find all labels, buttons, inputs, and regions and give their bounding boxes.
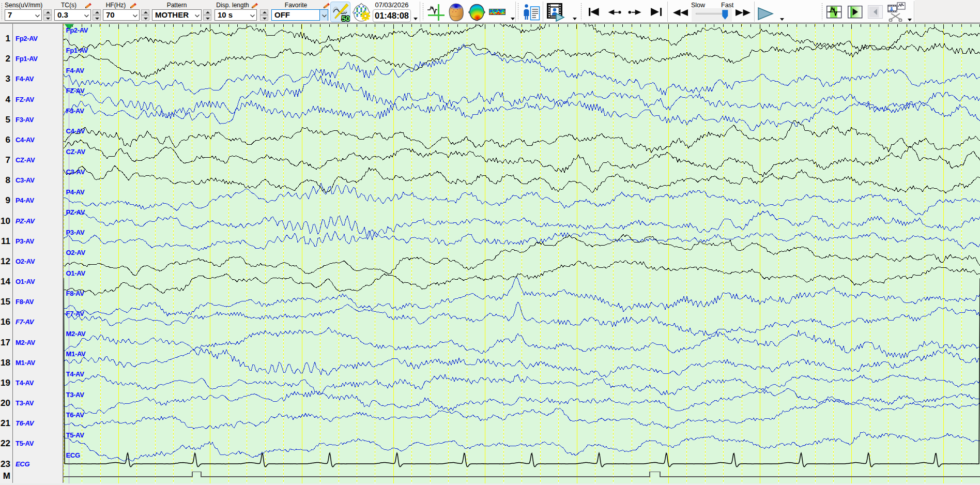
svg-text:O1-AV: O1-AV <box>66 269 86 277</box>
svg-text:ECG: ECG <box>66 451 80 459</box>
svg-text:P4-AV: P4-AV <box>66 188 85 196</box>
svg-text:C3-AV: C3-AV <box>66 168 85 176</box>
svg-text:O2-AV: O2-AV <box>66 249 86 256</box>
svg-text:T3-AV: T3-AV <box>66 391 85 399</box>
svg-text:F8-AV: F8-AV <box>66 290 85 297</box>
svg-text:T5-AV: T5-AV <box>66 431 85 439</box>
svg-text:Fp2-AV: Fp2-AV <box>66 26 88 34</box>
svg-text:F4-AV: F4-AV <box>66 67 85 74</box>
svg-text:FZ-AV: FZ-AV <box>66 87 85 95</box>
svg-text:P3-AV: P3-AV <box>66 229 85 236</box>
svg-text:Fp1-AV: Fp1-AV <box>66 47 88 54</box>
svg-text:50: 50 <box>342 14 350 22</box>
svg-text:T4-AV: T4-AV <box>66 370 85 378</box>
svg-text:M1-AV: M1-AV <box>66 350 86 358</box>
svg-text:F7-AV: F7-AV <box>66 310 85 317</box>
svg-text:T6-AV: T6-AV <box>66 411 85 419</box>
svg-text:C4-AV: C4-AV <box>66 127 85 135</box>
svg-text:CZ-AV: CZ-AV <box>66 148 86 156</box>
svg-text:PZ-AV: PZ-AV <box>66 208 85 216</box>
svg-text:F3-AV: F3-AV <box>66 107 85 115</box>
svg-text:M2-AV: M2-AV <box>66 330 86 338</box>
